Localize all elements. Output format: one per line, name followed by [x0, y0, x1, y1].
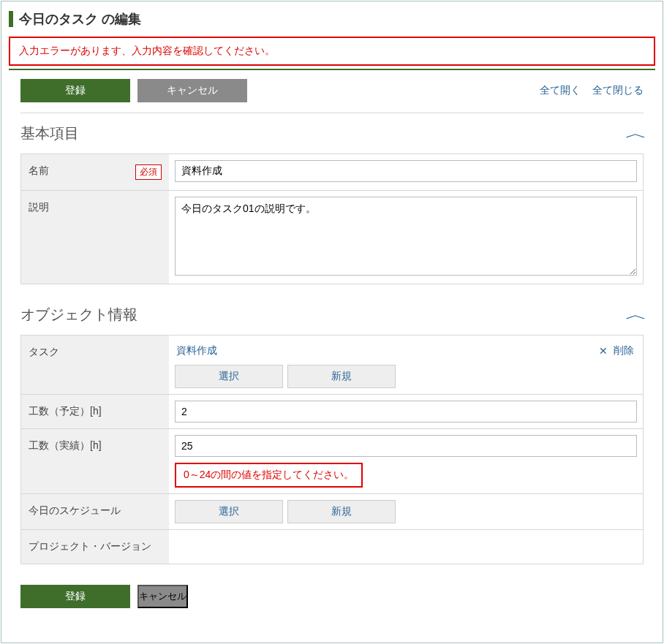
label-description-text: 説明 [29, 201, 49, 214]
hours-actual-input[interactable] [175, 435, 637, 457]
row-project-version: プロジェクト・バージョン [21, 530, 643, 564]
title-accent-bar [9, 11, 13, 27]
page-title: 今日のタスク の編集 [19, 10, 141, 28]
collapse-all-link[interactable]: 全て閉じる [592, 84, 644, 97]
section-object-header[interactable]: オブジェクト情報 ︿ [20, 305, 644, 325]
task-select-button[interactable]: 選択 [175, 365, 283, 388]
task-linked-item-row: 資料作成 ✕ 削除 [175, 341, 637, 360]
task-sub-buttons: 選択 新規 [175, 365, 637, 388]
section-basic-title: 基本項目 [20, 124, 79, 143]
label-hours-actual-text: 工数（実績）[h] [29, 439, 102, 452]
page-header: 今日のタスク の編集 [1, 1, 663, 29]
cell-hours-planned [169, 395, 643, 428]
schedule-select-button[interactable]: 選択 [175, 500, 283, 523]
task-new-button[interactable]: 新規 [287, 365, 396, 388]
label-name: 名前 必須 [21, 154, 169, 190]
register-button-bottom[interactable]: 登録 [20, 585, 130, 608]
required-badge: 必須 [135, 164, 162, 180]
hours-planned-input[interactable] [175, 401, 637, 423]
task-link[interactable]: 資料作成 [176, 344, 217, 357]
header-divider [9, 69, 655, 70]
chevron-up-icon[interactable]: ︿ [625, 124, 647, 143]
bottom-toolbar: 登録 キャンセル [1, 585, 663, 608]
row-today-schedule: 今日のスケジュール 選択 新規 [21, 494, 643, 530]
label-today-schedule: 今日のスケジュール [21, 494, 169, 529]
edit-panel: 今日のタスク の編集 入力エラーがあります、入力内容を確認してください。 登録 … [1, 1, 663, 643]
row-task: タスク 資料作成 ✕ 削除 選択 新規 [21, 336, 643, 395]
section-object: オブジェクト情報 ︿ タスク 資料作成 ✕ 削除 選択 [20, 305, 644, 564]
basic-form-table: 名前 必須 説明 [20, 154, 644, 284]
toolbar-links: 全て開く 全て閉じる [540, 84, 644, 97]
section-basic-header[interactable]: 基本項目 ︿ [20, 124, 644, 143]
label-task-text: タスク [29, 346, 59, 359]
chevron-up-icon[interactable]: ︿ [625, 305, 647, 325]
task-remove-group: ✕ 削除 [599, 344, 634, 357]
hours-actual-error: 0～24の間の値を指定してください。 [175, 463, 363, 488]
top-toolbar: 登録 キャンセル 全て開く 全て閉じる [1, 79, 663, 107]
close-icon[interactable]: ✕ [599, 345, 608, 357]
row-hours-actual: 工数（実績）[h] 0～24の間の値を指定してください。 [21, 429, 643, 494]
label-task: タスク [21, 336, 169, 394]
section-basic: 基本項目 ︿ 名前 必須 説明 [20, 124, 644, 284]
cell-project-version [169, 530, 643, 564]
label-name-text: 名前 [29, 164, 49, 178]
name-input[interactable] [175, 160, 637, 182]
label-project-version-text: プロジェクト・バージョン [29, 540, 151, 553]
object-form-table: タスク 資料作成 ✕ 削除 選択 新規 [20, 335, 644, 564]
label-description: 説明 [21, 191, 169, 284]
row-name: 名前 必須 [21, 154, 643, 191]
label-hours-planned-text: 工数（予定）[h] [29, 405, 102, 418]
toolbar-divider [20, 113, 644, 113]
task-delete-link[interactable]: 削除 [614, 344, 634, 357]
label-hours-planned: 工数（予定）[h] [21, 395, 169, 428]
row-description: 説明 [21, 191, 643, 284]
cell-task: 資料作成 ✕ 削除 選択 新規 [169, 336, 643, 394]
cancel-button-bottom[interactable]: キャンセル [137, 585, 188, 608]
schedule-new-button[interactable]: 新規 [287, 500, 396, 523]
schedule-sub-buttons: 選択 新規 [175, 500, 637, 523]
cell-today-schedule: 選択 新規 [169, 494, 643, 529]
cell-name [169, 154, 643, 190]
cell-hours-actual: 0～24の間の値を指定してください。 [169, 429, 643, 493]
label-today-schedule-text: 今日のスケジュール [29, 504, 121, 518]
expand-all-link[interactable]: 全て開く [540, 84, 581, 97]
cancel-button[interactable]: キャンセル [137, 79, 247, 102]
label-project-version: プロジェクト・バージョン [21, 530, 169, 564]
label-hours-actual: 工数（実績）[h] [21, 429, 169, 493]
cell-description [169, 191, 643, 284]
row-hours-planned: 工数（予定）[h] [21, 395, 643, 429]
register-button[interactable]: 登録 [20, 79, 130, 102]
section-object-title: オブジェクト情報 [20, 305, 137, 325]
description-textarea[interactable] [175, 197, 637, 276]
error-banner: 入力エラーがあります、入力内容を確認してください。 [9, 37, 655, 66]
